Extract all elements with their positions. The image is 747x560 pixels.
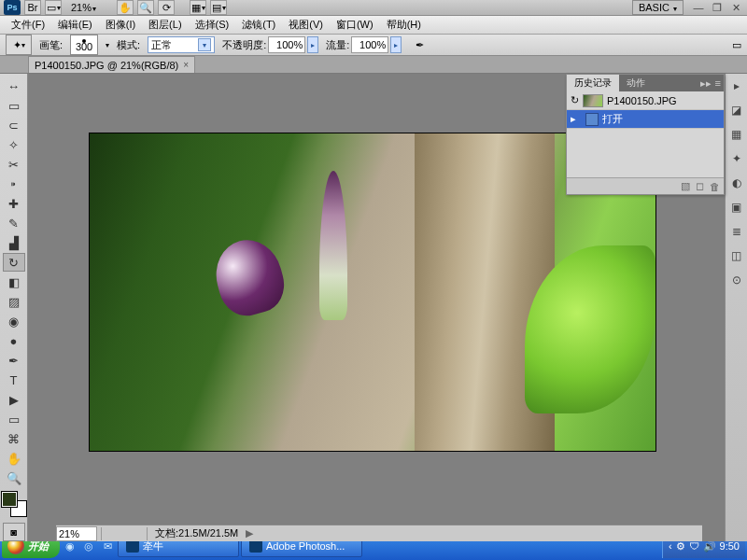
eyedropper-tool-icon[interactable]: ⁍ <box>3 175 25 193</box>
paths-panel-icon[interactable]: ⊙ <box>728 272 745 288</box>
current-tool-icon[interactable]: ✦▾ <box>6 35 32 55</box>
workspace-switcher[interactable]: BASIC ▾ <box>632 0 684 15</box>
menu-edit[interactable]: 编辑(E) <box>52 16 98 34</box>
airbrush-icon[interactable]: ✒ <box>409 36 430 53</box>
screen-mode-icon[interactable]: ▭▾ <box>45 0 62 15</box>
heal-tool-icon[interactable]: ✚ <box>3 194 25 213</box>
zoom-tool-icon[interactable]: 🔍 <box>137 0 154 15</box>
tray-icon[interactable]: ⚙ <box>676 540 685 553</box>
ps-logo-icon: Ps <box>4 0 21 15</box>
brush-tool-icon[interactable]: ✎ <box>3 214 25 232</box>
marquee-tool-icon[interactable]: ▭ <box>3 96 25 115</box>
zoom-tool2-icon[interactable]: 🔍 <box>3 469 25 487</box>
lasso-tool-icon[interactable]: ⊂ <box>3 116 25 134</box>
right-dock: ▸ ◪ ▦ ✦ ◐ ▣ ≣ ◫ ⊙ <box>725 74 747 541</box>
panel-menu-icon[interactable]: ≡ <box>715 77 721 90</box>
image-content <box>217 240 319 417</box>
new-doc-from-state-icon[interactable]: ▧ <box>681 180 690 192</box>
hand-tool2-icon[interactable]: ✋ <box>3 449 25 468</box>
arrange-docs-icon[interactable]: ▦▾ <box>190 0 206 15</box>
shape-tool-icon[interactable]: ▭ <box>3 410 25 428</box>
brush-label: 画笔: <box>39 38 63 52</box>
history-step-label: 打开 <box>602 112 623 126</box>
hand-tool-icon[interactable]: ✋ <box>117 0 134 15</box>
channels-panel-icon[interactable]: ◫ <box>728 247 745 264</box>
path-select-tool-icon[interactable]: ▶ <box>3 390 25 409</box>
history-snapshot-row[interactable]: ↻ P1400150.JPG <box>567 91 724 110</box>
menu-view[interactable]: 视图(V) <box>283 16 329 34</box>
rotate-view-icon[interactable]: ⟳ <box>158 0 175 15</box>
adjustments-panel-icon[interactable]: ◐ <box>728 175 745 191</box>
document-tab[interactable]: P1400150.JPG @ 21%(RGB/8) × <box>28 56 195 73</box>
status-menu-icon[interactable]: ▶ <box>246 527 253 539</box>
history-step-row[interactable]: ▸ 打开 <box>567 110 724 129</box>
tray-icon[interactable]: 🛡 <box>689 540 699 552</box>
menu-file[interactable]: 文件(F) <box>6 16 50 34</box>
tools-panel: ↔ ▭ ⊂ ✧ ✂ ⁍ ✚ ✎ ▟ ↻ ◧ ▨ ◉ ● ✒ T ▶ ▭ ⌘ ✋ … <box>0 74 28 541</box>
image-content <box>319 171 347 320</box>
flow-input[interactable]: 100% <box>351 36 388 53</box>
swatches-panel-icon[interactable]: ▦ <box>728 126 745 143</box>
wand-tool-icon[interactable]: ✧ <box>3 135 25 154</box>
crop-tool-icon[interactable]: ✂ <box>3 155 25 174</box>
menu-help[interactable]: 帮助(H) <box>381 16 427 34</box>
styles-panel-icon[interactable]: ✦ <box>728 150 745 167</box>
menu-filter[interactable]: 滤镜(T) <box>236 16 281 34</box>
tab-close-icon[interactable]: × <box>183 60 189 70</box>
opacity-input[interactable]: 100% <box>268 36 305 53</box>
3d-tool-icon[interactable]: ⌘ <box>3 429 25 448</box>
menu-select[interactable]: 选择(S) <box>190 16 235 34</box>
stamp-tool-icon[interactable]: ▟ <box>3 233 25 252</box>
panel-tab-bar: 历史记录 动作 ▸▸≡ <box>567 75 724 91</box>
blur-tool-icon[interactable]: ◉ <box>3 312 25 330</box>
history-footer: ▧ ◻ 🗑 <box>567 177 724 194</box>
dock-expand-icon[interactable]: ▸ <box>728 77 745 94</box>
panel-menu-icon[interactable]: ▭ <box>732 39 741 51</box>
foreground-color-swatch[interactable] <box>2 492 17 507</box>
doc-size-label: 文档:21.5M/21.5M <box>151 526 242 540</box>
restore-button[interactable]: ❐ <box>710 1 725 14</box>
quick-mask-icon[interactable]: ◙ <box>3 523 25 541</box>
close-button[interactable]: ✕ <box>728 1 743 14</box>
photoshop-window: Ps Br ▭▾ 21%▾ ✋ 🔍 ⟳ ▦▾ ▤▾ BASIC ▾ — ❐ ✕ … <box>0 0 747 532</box>
actions-tab[interactable]: 动作 <box>619 75 653 91</box>
color-swatches[interactable] <box>2 492 26 516</box>
tray-icon[interactable]: ‹ <box>669 540 672 552</box>
new-snapshot-icon[interactable]: ◻ <box>696 180 704 192</box>
menu-window[interactable]: 窗口(W) <box>331 16 379 34</box>
bridge-icon[interactable]: Br <box>24 0 41 15</box>
screen-layout-icon[interactable]: ▤▾ <box>210 0 227 15</box>
delete-state-icon[interactable]: 🗑 <box>710 181 720 192</box>
tray-icon[interactable]: 🔊 <box>703 540 716 553</box>
title-bar: Ps Br ▭▾ 21%▾ ✋ 🔍 ⟳ ▦▾ ▤▾ BASIC ▾ — ❐ ✕ <box>0 0 747 16</box>
brush-preset-picker[interactable]: 300 <box>70 35 98 55</box>
zoom-dropdown[interactable]: 21%▾ <box>65 2 102 13</box>
snapshot-thumb-icon <box>583 94 603 107</box>
history-tab[interactable]: 历史记录 <box>567 75 619 91</box>
eraser-tool-icon[interactable]: ◧ <box>3 273 25 291</box>
zoom-input[interactable]: 21% <box>56 526 97 541</box>
move-tool-icon[interactable]: ↔ <box>3 77 25 95</box>
blend-mode-select[interactable]: 正常▾ <box>148 36 215 53</box>
work-area: ↔ ▭ ⊂ ✧ ✂ ⁍ ✚ ✎ ▟ ↻ ◧ ▨ ◉ ● ✒ T ▶ ▭ ⌘ ✋ … <box>0 74 747 541</box>
menu-image[interactable]: 图像(I) <box>100 16 141 34</box>
clock[interactable]: 9:50 <box>720 540 740 552</box>
masks-panel-icon[interactable]: ▣ <box>728 199 745 216</box>
pen-tool-icon[interactable]: ✒ <box>3 351 25 370</box>
gradient-tool-icon[interactable]: ▨ <box>3 292 25 311</box>
layers-panel-icon[interactable]: ≣ <box>728 223 745 240</box>
dodge-tool-icon[interactable]: ● <box>3 331 25 350</box>
panel-collapse-icon[interactable]: ▸▸ <box>700 77 712 90</box>
menu-layer[interactable]: 图层(L) <box>143 16 187 34</box>
opacity-slider-icon[interactable]: ▸ <box>307 36 318 53</box>
flow-slider-icon[interactable]: ▸ <box>390 36 402 53</box>
color-panel-icon[interactable]: ◪ <box>728 102 745 119</box>
history-brush-tool-icon[interactable]: ↻ <box>3 253 25 272</box>
task-label: Adobe Photosh... <box>266 540 345 552</box>
brush-source-icon[interactable]: ↻ <box>571 94 579 106</box>
history-state-marker: ▸ <box>571 113 582 125</box>
minimize-button[interactable]: — <box>691 1 706 14</box>
type-tool-icon[interactable]: T <box>3 371 25 389</box>
options-bar: ✦▾ 画笔: 300▾ 模式: 正常▾ 不透明度: 100% ▸ 流量: 100… <box>0 35 747 56</box>
open-step-icon <box>585 113 599 126</box>
